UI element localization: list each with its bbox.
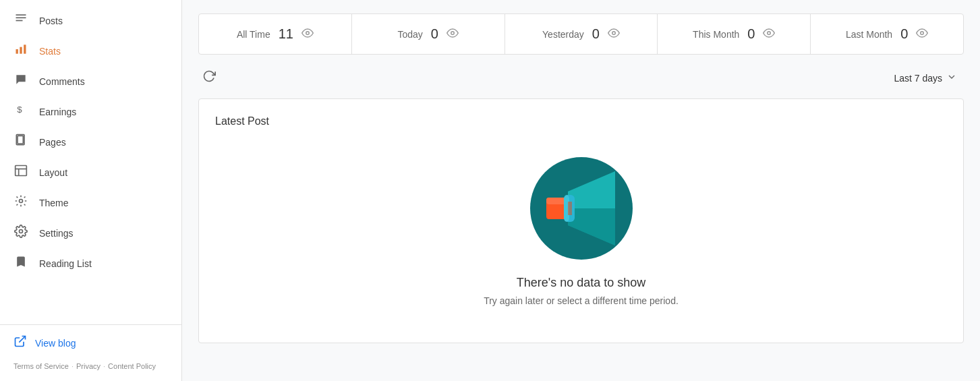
stat-this-month: This Month 0 — [658, 14, 811, 54]
content-policy-link[interactable]: Content Policy — [108, 362, 156, 370]
sidebar-item-reading-list-label: Reading List — [39, 258, 92, 269]
sidebar-item-stats[interactable]: Stats — [0, 36, 176, 66]
sidebar-item-stats-label: Stats — [39, 46, 61, 57]
sidebar-item-layout-label: Layout — [39, 167, 67, 178]
this-month-eye-icon[interactable] — [763, 27, 775, 42]
yesterday-eye-icon[interactable] — [608, 27, 620, 42]
toolbar-row: Last 7 days — [198, 65, 964, 90]
all-time-label: All Time — [237, 29, 270, 40]
sidebar: Posts Stats Comments $ Earnings Pages La… — [0, 0, 182, 381]
sidebar-item-theme-label: Theme — [39, 198, 69, 208]
svg-rect-1 — [16, 18, 26, 19]
svg-rect-5 — [24, 45, 26, 53]
pages-icon — [13, 134, 28, 150]
today-value: 0 — [431, 26, 438, 42]
yesterday-label: Yesterday — [542, 29, 584, 40]
view-blog-item[interactable]: View blog — [0, 328, 181, 358]
sidebar-divider — [0, 324, 181, 325]
sidebar-item-pages[interactable]: Pages — [0, 127, 176, 157]
chevron-down-icon — [946, 71, 957, 85]
svg-rect-8 — [18, 136, 23, 144]
sidebar-item-pages-label: Pages — [39, 137, 66, 148]
svg-point-17 — [612, 31, 616, 34]
last-month-value: 0 — [900, 26, 908, 42]
this-month-value: 0 — [747, 26, 755, 42]
time-filter-label: Last 7 days — [894, 73, 942, 84]
no-data-title: There's no data to show — [517, 276, 646, 290]
comments-icon — [13, 73, 28, 90]
sidebar-item-settings-label: Settings — [39, 228, 74, 239]
terms-link[interactable]: Terms of Service — [13, 362, 69, 370]
stats-icon — [13, 42, 28, 59]
all-time-value: 11 — [279, 26, 293, 42]
svg-point-13 — [20, 230, 23, 233]
svg-point-12 — [20, 200, 23, 203]
no-data-subtitle: Try again later or select a different ti… — [484, 295, 679, 306]
stat-yesterday: Yesterday 0 — [505, 14, 658, 54]
today-label: Today — [397, 29, 422, 40]
stat-last-month: Last Month 0 — [811, 14, 963, 54]
yesterday-value: 0 — [592, 26, 600, 42]
sidebar-item-earnings[interactable]: $ Earnings — [0, 96, 176, 127]
main-content: All Time 11 Today 0 Yesterday 0 This Mon… — [182, 0, 980, 381]
theme-icon — [13, 194, 28, 211]
this-month-label: This Month — [693, 29, 739, 40]
svg-rect-0 — [16, 14, 26, 16]
layout-icon — [13, 164, 28, 181]
svg-point-18 — [768, 31, 771, 34]
all-time-eye-icon[interactable] — [301, 27, 314, 42]
no-data-container: There's no data to show Try again later … — [215, 141, 947, 326]
settings-icon — [13, 225, 28, 241]
time-filter-dropdown[interactable]: Last 7 days — [887, 67, 964, 89]
svg-rect-28 — [568, 202, 572, 215]
svg-point-19 — [921, 31, 924, 34]
sidebar-item-layout[interactable]: Layout — [0, 157, 176, 187]
svg-line-14 — [19, 336, 25, 343]
earnings-icon: $ — [13, 103, 28, 120]
no-data-illustration — [527, 154, 635, 262]
svg-rect-2 — [16, 20, 23, 22]
posts-icon — [13, 12, 28, 29]
sidebar-item-earnings-label: Earnings — [39, 107, 76, 117]
sidebar-item-theme[interactable]: Theme — [0, 187, 176, 218]
latest-post-title: Latest Post — [215, 115, 947, 127]
svg-point-16 — [451, 31, 455, 34]
external-link-icon — [13, 334, 27, 351]
view-blog-label: View blog — [35, 338, 76, 349]
svg-text:$: $ — [17, 105, 22, 115]
svg-point-15 — [306, 31, 310, 34]
last-month-label: Last Month — [846, 29, 892, 40]
sidebar-item-reading-list[interactable]: Reading List — [0, 248, 176, 279]
sidebar-item-comments-label: Comments — [39, 76, 85, 87]
stats-bar: All Time 11 Today 0 Yesterday 0 This Mon… — [198, 13, 964, 55]
sidebar-footer: View blog Terms of Service · Privacy · C… — [0, 316, 181, 381]
today-eye-icon[interactable] — [446, 27, 459, 42]
latest-post-card: Latest Post — [198, 98, 964, 343]
last-month-eye-icon[interactable] — [916, 27, 928, 42]
footer-links: Terms of Service · Privacy · Content Pol… — [0, 358, 181, 376]
reading-list-icon — [13, 255, 28, 272]
sidebar-item-comments[interactable]: Comments — [0, 66, 176, 96]
sidebar-item-posts[interactable]: Posts — [0, 5, 176, 36]
stat-today: Today 0 — [352, 14, 505, 54]
privacy-link[interactable]: Privacy — [76, 362, 100, 370]
sidebar-item-settings[interactable]: Settings — [0, 218, 176, 248]
svg-rect-4 — [20, 47, 22, 54]
svg-rect-3 — [16, 49, 18, 54]
sidebar-item-posts-label: Posts — [39, 16, 63, 26]
svg-rect-9 — [16, 166, 27, 176]
refresh-button[interactable] — [198, 65, 220, 90]
stat-all-time: All Time 11 — [199, 14, 352, 54]
